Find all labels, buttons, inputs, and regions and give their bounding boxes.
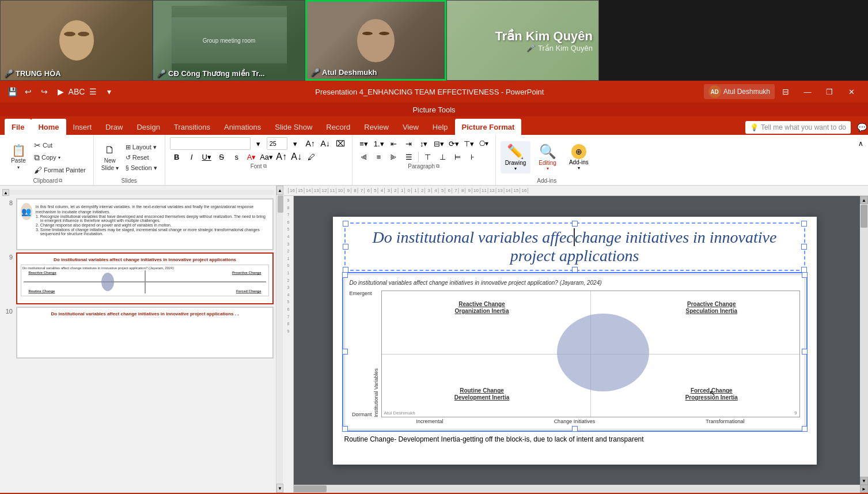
present-icon[interactable]: ▶ xyxy=(54,85,67,98)
tab-review[interactable]: Review xyxy=(357,119,396,135)
scroll-up-btn[interactable]: ▲ xyxy=(2,189,9,196)
scroll-top-btn[interactable]: ▲ xyxy=(860,196,868,204)
save-icon[interactable]: 💾 xyxy=(6,85,18,98)
new-slide-button[interactable]: 🗋 New Slide ▾ xyxy=(98,142,122,173)
tab-insert[interactable]: Insert xyxy=(66,119,99,135)
font-aa-button[interactable]: Aa▾ xyxy=(260,150,274,163)
line-spacing-button[interactable]: ↕▾ xyxy=(417,137,431,150)
center-button[interactable]: ≡ xyxy=(372,150,386,163)
increase-indent-button[interactable]: ⇥ xyxy=(402,137,416,150)
maximize-button[interactable]: ❐ xyxy=(818,81,840,103)
slide-thumb-8[interactable]: 👥 In this first column, let us demystify… xyxy=(16,198,274,250)
editing-dropdown[interactable]: ▾ xyxy=(547,166,549,171)
slide-title-text[interactable]: Do institutional variables affecchange i… xyxy=(350,228,799,265)
slide-item-8[interactable]: 8 👥 In this first column, let us demysti… xyxy=(2,198,274,250)
layout-button[interactable]: ⊞ Layout ▾ xyxy=(123,142,160,152)
para-spacing3[interactable]: ⊨ xyxy=(451,150,465,163)
scroll-right-btn[interactable]: ► xyxy=(860,485,868,493)
tab-record[interactable]: Record xyxy=(319,119,357,135)
tab-design[interactable]: Design xyxy=(130,119,166,135)
para-expand[interactable]: ⧉ xyxy=(436,163,439,169)
para-spacing2[interactable]: ⊥ xyxy=(436,150,450,163)
tab-home[interactable]: Home xyxy=(31,119,66,135)
italic-button[interactable]: I xyxy=(185,150,199,163)
columns-button[interactable]: ⊟▾ xyxy=(432,137,446,150)
video-tile-trung[interactable]: 🎤 TRUNG HÒA xyxy=(0,0,153,81)
chart-handle-tl[interactable] xyxy=(342,272,348,278)
font-color-button[interactable]: A▾ xyxy=(245,150,259,163)
addins-dropdown[interactable]: ▾ xyxy=(578,165,580,171)
video-tile-tran[interactable]: Trần Kim Quyên 🎤 Trần Kim Quyên xyxy=(446,0,599,81)
chart-handle-mr[interactable] xyxy=(802,349,808,355)
video-tile-cong[interactable]: Group meeting room 🎤 CĐ Công Thương miền… xyxy=(153,0,305,81)
para-spacing4[interactable]: ⊦ xyxy=(466,150,480,163)
font-name-dropdown[interactable]: ▾ xyxy=(252,137,266,150)
tab-help[interactable]: Help xyxy=(426,119,455,135)
handle-tr[interactable] xyxy=(801,221,807,227)
slide-canvas-wrap[interactable]: Do institutional variables affecchange i… xyxy=(283,196,860,485)
slide-thumb-9[interactable]: Do institutional variables affect change… xyxy=(16,252,274,304)
justify-button[interactable]: ☰ xyxy=(402,150,416,163)
close-button[interactable]: ✕ xyxy=(840,81,862,103)
scroll-thumb-bottom[interactable] xyxy=(292,485,327,492)
shadow-button[interactable]: s xyxy=(230,150,244,163)
drawing-button[interactable]: ✏️ Drawing ▾ xyxy=(501,141,531,174)
minimize-button[interactable]: — xyxy=(797,81,818,103)
layout-icon[interactable]: ☰ xyxy=(86,85,99,98)
addins-button[interactable]: ⊕ Add-ins ▾ xyxy=(564,142,593,173)
tab-animations[interactable]: Animations xyxy=(217,119,268,135)
decrease-indent-button[interactable]: ⇤ xyxy=(387,137,401,150)
smartart-button[interactable]: ⎔▾ xyxy=(477,137,491,150)
strikethrough-button[interactable]: S xyxy=(215,150,229,163)
copy-dropdown[interactable]: ▾ xyxy=(58,155,60,160)
font-size-dropdown[interactable]: ▾ xyxy=(289,137,302,150)
scroll-track-right[interactable] xyxy=(860,204,868,477)
reset-button[interactable]: ↺ Reset xyxy=(123,153,160,163)
numbering-button[interactable]: 1.▾ xyxy=(372,137,386,150)
section-button[interactable]: § Section ▾ xyxy=(123,163,160,173)
undo-icon[interactable]: ↩ xyxy=(22,85,35,98)
align-left-button[interactable]: ⫷ xyxy=(357,150,371,163)
tab-draw[interactable]: Draw xyxy=(98,119,130,135)
panel-scroll-up[interactable]: ▲ xyxy=(276,186,283,195)
cut-button[interactable]: ✂ Cut xyxy=(31,139,89,151)
slide-thumb-10[interactable]: Do institutional variables affect change… xyxy=(16,307,274,359)
tab-picture-format[interactable]: Picture Format xyxy=(455,119,522,135)
paste-button[interactable]: 📋 Paste ▾ xyxy=(7,143,30,172)
slide-item-10[interactable]: 10 Do institutional variables affect cha… xyxy=(2,307,274,359)
handle-tl[interactable] xyxy=(343,221,348,227)
font-A-button[interactable]: A↑ xyxy=(275,150,289,163)
font-size-box[interactable]: 25 xyxy=(267,137,287,150)
tab-slideshow[interactable]: Slide Show xyxy=(268,119,319,135)
panel-scroll-down[interactable]: ▼ xyxy=(276,484,283,493)
format-painter-button[interactable]: 🖌 Format Painter xyxy=(31,164,89,176)
tab-file[interactable]: File xyxy=(5,119,31,135)
ribbon-display-icon[interactable]: ⊟ xyxy=(779,85,792,98)
chart-container[interactable]: Do institutional variables affect change… xyxy=(344,274,805,429)
chart-handle-bm[interactable] xyxy=(572,426,578,432)
para-spacing1[interactable]: ⊤ xyxy=(421,150,435,163)
bullets-button[interactable]: ≡▾ xyxy=(357,137,371,150)
handle-tm[interactable] xyxy=(572,221,578,227)
bold-button[interactable]: B xyxy=(170,150,184,163)
decrease-font-button[interactable]: A↓ xyxy=(319,137,332,150)
user-badge[interactable]: AD Atul Deshmukh xyxy=(704,84,775,99)
scroll-track-bottom[interactable] xyxy=(291,485,860,493)
copy-button[interactable]: ⧉ Copy ▾ xyxy=(31,152,89,164)
chart-handle-bl[interactable] xyxy=(342,426,348,432)
editing-button[interactable]: 🔍 Editing ▾ xyxy=(534,141,561,174)
align-text-button[interactable]: ⊤▾ xyxy=(462,137,476,150)
tab-transitions[interactable]: Transitions xyxy=(167,119,217,135)
highlight-button[interactable]: 🖊 xyxy=(305,150,319,163)
comment-icon[interactable]: 💬 xyxy=(855,121,868,134)
align-right-button[interactable]: ⫸ xyxy=(387,150,401,163)
clear-format-button[interactable]: ⌧ xyxy=(333,137,347,150)
underline-button[interactable]: U▾ xyxy=(200,150,214,163)
chart-handle-ml[interactable] xyxy=(342,349,348,355)
video-tile-atul[interactable]: 🎤 Atul Deshmukh xyxy=(305,0,446,81)
tab-view[interactable]: View xyxy=(396,119,426,135)
paste-dropdown[interactable]: ▾ xyxy=(17,165,20,170)
redo-icon[interactable]: ↪ xyxy=(38,85,51,98)
text-direction-button[interactable]: ⟳▾ xyxy=(447,137,461,150)
font-expand[interactable]: ⧉ xyxy=(263,163,267,169)
